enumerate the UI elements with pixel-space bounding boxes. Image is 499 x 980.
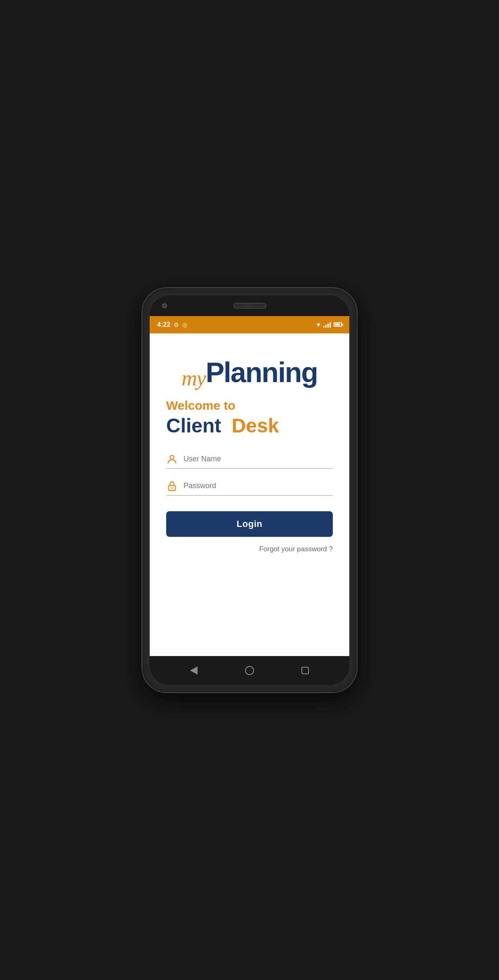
password-input[interactable] bbox=[184, 482, 333, 490]
user-icon bbox=[166, 453, 178, 465]
welcome-line1: Welcome to bbox=[166, 399, 333, 413]
status-right: ▼ bbox=[315, 321, 342, 328]
main-content: my Planning Welcome to Client Desk bbox=[150, 333, 349, 656]
username-input[interactable] bbox=[184, 455, 333, 463]
login-form: Login Forgot your password ? bbox=[166, 453, 333, 553]
front-camera bbox=[162, 303, 167, 308]
settings-icon: ⚙ bbox=[174, 321, 179, 328]
status-time: 4:22 bbox=[157, 321, 170, 328]
wifi-icon: ▼ bbox=[315, 321, 321, 328]
status-left: 4:22 ⚙ ◎ bbox=[157, 321, 187, 328]
data-icon: ◎ bbox=[182, 321, 187, 328]
svg-point-0 bbox=[170, 455, 174, 459]
login-button[interactable]: Login bbox=[166, 511, 333, 537]
phone-device: 4:22 ⚙ ◎ ▼ my Pla bbox=[142, 288, 357, 692]
phone-screen: 4:22 ⚙ ◎ ▼ my Pla bbox=[150, 295, 349, 685]
app-logo: my Planning bbox=[181, 358, 318, 386]
welcome-section: Welcome to Client Desk bbox=[166, 399, 333, 437]
username-group bbox=[166, 453, 333, 469]
svg-point-2 bbox=[171, 487, 173, 489]
back-icon bbox=[190, 666, 198, 675]
recents-icon bbox=[301, 667, 309, 674]
recents-button[interactable] bbox=[299, 664, 311, 677]
home-button[interactable] bbox=[243, 664, 256, 677]
forgot-password-section: Forgot your password ? bbox=[166, 545, 333, 553]
forgot-password-link[interactable]: Forgot your password ? bbox=[259, 545, 333, 553]
password-group bbox=[166, 480, 333, 496]
sensor bbox=[333, 304, 337, 308]
bottom-nav bbox=[150, 656, 349, 685]
signal-icon bbox=[323, 322, 331, 328]
top-bezel bbox=[150, 295, 349, 316]
speaker-grille bbox=[233, 303, 266, 309]
home-icon bbox=[245, 666, 254, 675]
welcome-line2: Client Desk bbox=[166, 414, 333, 437]
battery-icon bbox=[334, 322, 342, 327]
lock-icon bbox=[166, 480, 178, 492]
logo-planning-text: Planning bbox=[206, 358, 318, 386]
desk-text: Desk bbox=[232, 415, 279, 437]
client-text: Client bbox=[166, 415, 221, 437]
logo-my-text: my bbox=[181, 368, 206, 389]
status-bar: 4:22 ⚙ ◎ ▼ bbox=[150, 316, 349, 333]
back-button[interactable] bbox=[188, 664, 200, 677]
